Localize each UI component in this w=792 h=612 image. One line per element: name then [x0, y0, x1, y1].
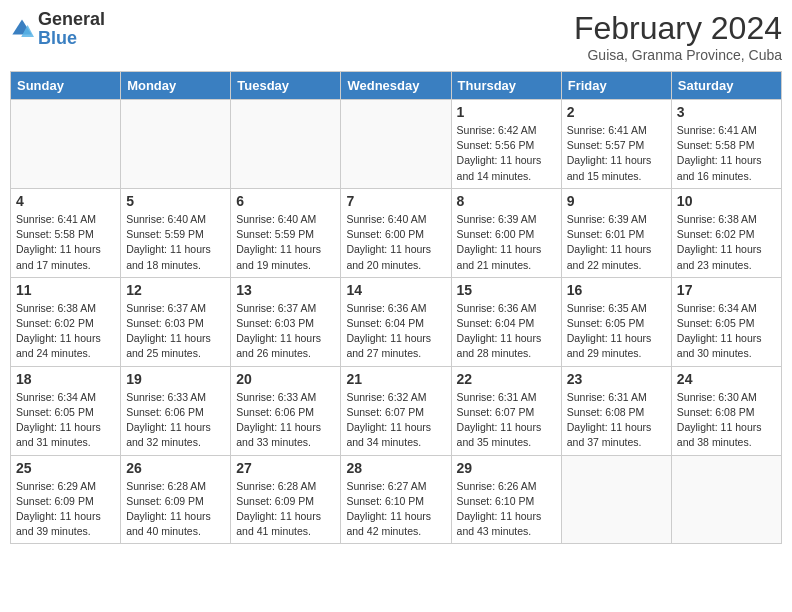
day-info: Sunrise: 6:39 AM Sunset: 6:00 PM Dayligh…: [457, 212, 556, 273]
day-number: 17: [677, 282, 776, 298]
calendar-cell: 6Sunrise: 6:40 AM Sunset: 5:59 PM Daylig…: [231, 188, 341, 277]
day-info: Sunrise: 6:36 AM Sunset: 6:04 PM Dayligh…: [346, 301, 445, 362]
day-info: Sunrise: 6:28 AM Sunset: 6:09 PM Dayligh…: [236, 479, 335, 540]
day-number: 9: [567, 193, 666, 209]
day-info: Sunrise: 6:26 AM Sunset: 6:10 PM Dayligh…: [457, 479, 556, 540]
day-info: Sunrise: 6:40 AM Sunset: 6:00 PM Dayligh…: [346, 212, 445, 273]
day-number: 29: [457, 460, 556, 476]
calendar-cell: 16Sunrise: 6:35 AM Sunset: 6:05 PM Dayli…: [561, 277, 671, 366]
calendar-cell: [121, 100, 231, 189]
calendar-cell: 2Sunrise: 6:41 AM Sunset: 5:57 PM Daylig…: [561, 100, 671, 189]
logo-general: General Blue: [38, 10, 105, 48]
day-info: Sunrise: 6:36 AM Sunset: 6:04 PM Dayligh…: [457, 301, 556, 362]
col-header-wednesday: Wednesday: [341, 72, 451, 100]
day-number: 4: [16, 193, 115, 209]
day-number: 16: [567, 282, 666, 298]
day-info: Sunrise: 6:37 AM Sunset: 6:03 PM Dayligh…: [236, 301, 335, 362]
title-block: February 2024 Guisa, Granma Province, Cu…: [574, 10, 782, 63]
day-number: 20: [236, 371, 335, 387]
calendar-cell: 26Sunrise: 6:28 AM Sunset: 6:09 PM Dayli…: [121, 455, 231, 544]
day-info: Sunrise: 6:41 AM Sunset: 5:57 PM Dayligh…: [567, 123, 666, 184]
day-number: 14: [346, 282, 445, 298]
day-number: 11: [16, 282, 115, 298]
day-info: Sunrise: 6:38 AM Sunset: 6:02 PM Dayligh…: [16, 301, 115, 362]
calendar-cell: 17Sunrise: 6:34 AM Sunset: 6:05 PM Dayli…: [671, 277, 781, 366]
calendar-cell: [11, 100, 121, 189]
calendar-table: SundayMondayTuesdayWednesdayThursdayFrid…: [10, 71, 782, 544]
day-number: 12: [126, 282, 225, 298]
day-info: Sunrise: 6:34 AM Sunset: 6:05 PM Dayligh…: [16, 390, 115, 451]
calendar-cell: 3Sunrise: 6:41 AM Sunset: 5:58 PM Daylig…: [671, 100, 781, 189]
calendar-cell: 10Sunrise: 6:38 AM Sunset: 6:02 PM Dayli…: [671, 188, 781, 277]
calendar-cell: 5Sunrise: 6:40 AM Sunset: 5:59 PM Daylig…: [121, 188, 231, 277]
calendar-week-1: 1Sunrise: 6:42 AM Sunset: 5:56 PM Daylig…: [11, 100, 782, 189]
calendar-cell: 14Sunrise: 6:36 AM Sunset: 6:04 PM Dayli…: [341, 277, 451, 366]
day-number: 5: [126, 193, 225, 209]
calendar-cell: 19Sunrise: 6:33 AM Sunset: 6:06 PM Dayli…: [121, 366, 231, 455]
day-info: Sunrise: 6:28 AM Sunset: 6:09 PM Dayligh…: [126, 479, 225, 540]
calendar-cell: 12Sunrise: 6:37 AM Sunset: 6:03 PM Dayli…: [121, 277, 231, 366]
day-info: Sunrise: 6:31 AM Sunset: 6:08 PM Dayligh…: [567, 390, 666, 451]
day-info: Sunrise: 6:40 AM Sunset: 5:59 PM Dayligh…: [236, 212, 335, 273]
calendar-cell: 11Sunrise: 6:38 AM Sunset: 6:02 PM Dayli…: [11, 277, 121, 366]
logo: General Blue: [10, 10, 105, 48]
calendar-cell: 18Sunrise: 6:34 AM Sunset: 6:05 PM Dayli…: [11, 366, 121, 455]
day-info: Sunrise: 6:31 AM Sunset: 6:07 PM Dayligh…: [457, 390, 556, 451]
day-number: 19: [126, 371, 225, 387]
day-info: Sunrise: 6:41 AM Sunset: 5:58 PM Dayligh…: [677, 123, 776, 184]
day-number: 26: [126, 460, 225, 476]
day-info: Sunrise: 6:33 AM Sunset: 6:06 PM Dayligh…: [236, 390, 335, 451]
page-header: General Blue February 2024 Guisa, Granma…: [10, 10, 782, 63]
calendar-cell: [341, 100, 451, 189]
day-number: 23: [567, 371, 666, 387]
day-info: Sunrise: 6:29 AM Sunset: 6:09 PM Dayligh…: [16, 479, 115, 540]
calendar-cell: 22Sunrise: 6:31 AM Sunset: 6:07 PM Dayli…: [451, 366, 561, 455]
day-info: Sunrise: 6:38 AM Sunset: 6:02 PM Dayligh…: [677, 212, 776, 273]
calendar-week-3: 11Sunrise: 6:38 AM Sunset: 6:02 PM Dayli…: [11, 277, 782, 366]
calendar-cell: 27Sunrise: 6:28 AM Sunset: 6:09 PM Dayli…: [231, 455, 341, 544]
calendar-cell: 21Sunrise: 6:32 AM Sunset: 6:07 PM Dayli…: [341, 366, 451, 455]
day-number: 27: [236, 460, 335, 476]
calendar-cell: 7Sunrise: 6:40 AM Sunset: 6:00 PM Daylig…: [341, 188, 451, 277]
calendar-cell: 23Sunrise: 6:31 AM Sunset: 6:08 PM Dayli…: [561, 366, 671, 455]
calendar-cell: 29Sunrise: 6:26 AM Sunset: 6:10 PM Dayli…: [451, 455, 561, 544]
calendar-cell: 1Sunrise: 6:42 AM Sunset: 5:56 PM Daylig…: [451, 100, 561, 189]
col-header-saturday: Saturday: [671, 72, 781, 100]
day-number: 28: [346, 460, 445, 476]
day-info: Sunrise: 6:32 AM Sunset: 6:07 PM Dayligh…: [346, 390, 445, 451]
calendar-week-2: 4Sunrise: 6:41 AM Sunset: 5:58 PM Daylig…: [11, 188, 782, 277]
day-number: 24: [677, 371, 776, 387]
day-info: Sunrise: 6:41 AM Sunset: 5:58 PM Dayligh…: [16, 212, 115, 273]
day-number: 2: [567, 104, 666, 120]
day-number: 7: [346, 193, 445, 209]
day-info: Sunrise: 6:39 AM Sunset: 6:01 PM Dayligh…: [567, 212, 666, 273]
day-number: 15: [457, 282, 556, 298]
calendar-week-4: 18Sunrise: 6:34 AM Sunset: 6:05 PM Dayli…: [11, 366, 782, 455]
day-number: 8: [457, 193, 556, 209]
calendar-cell: 24Sunrise: 6:30 AM Sunset: 6:08 PM Dayli…: [671, 366, 781, 455]
day-info: Sunrise: 6:37 AM Sunset: 6:03 PM Dayligh…: [126, 301, 225, 362]
day-info: Sunrise: 6:27 AM Sunset: 6:10 PM Dayligh…: [346, 479, 445, 540]
calendar-week-5: 25Sunrise: 6:29 AM Sunset: 6:09 PM Dayli…: [11, 455, 782, 544]
location-subtitle: Guisa, Granma Province, Cuba: [574, 47, 782, 63]
calendar-cell: 13Sunrise: 6:37 AM Sunset: 6:03 PM Dayli…: [231, 277, 341, 366]
calendar-header-row: SundayMondayTuesdayWednesdayThursdayFrid…: [11, 72, 782, 100]
col-header-sunday: Sunday: [11, 72, 121, 100]
calendar-cell: 8Sunrise: 6:39 AM Sunset: 6:00 PM Daylig…: [451, 188, 561, 277]
day-number: 21: [346, 371, 445, 387]
calendar-cell: [231, 100, 341, 189]
calendar-cell: [671, 455, 781, 544]
day-info: Sunrise: 6:30 AM Sunset: 6:08 PM Dayligh…: [677, 390, 776, 451]
day-number: 18: [16, 371, 115, 387]
col-header-friday: Friday: [561, 72, 671, 100]
day-info: Sunrise: 6:33 AM Sunset: 6:06 PM Dayligh…: [126, 390, 225, 451]
day-info: Sunrise: 6:35 AM Sunset: 6:05 PM Dayligh…: [567, 301, 666, 362]
col-header-thursday: Thursday: [451, 72, 561, 100]
day-number: 25: [16, 460, 115, 476]
calendar-cell: 28Sunrise: 6:27 AM Sunset: 6:10 PM Dayli…: [341, 455, 451, 544]
calendar-cell: 4Sunrise: 6:41 AM Sunset: 5:58 PM Daylig…: [11, 188, 121, 277]
day-number: 22: [457, 371, 556, 387]
calendar-cell: 25Sunrise: 6:29 AM Sunset: 6:09 PM Dayli…: [11, 455, 121, 544]
day-info: Sunrise: 6:40 AM Sunset: 5:59 PM Dayligh…: [126, 212, 225, 273]
day-info: Sunrise: 6:34 AM Sunset: 6:05 PM Dayligh…: [677, 301, 776, 362]
